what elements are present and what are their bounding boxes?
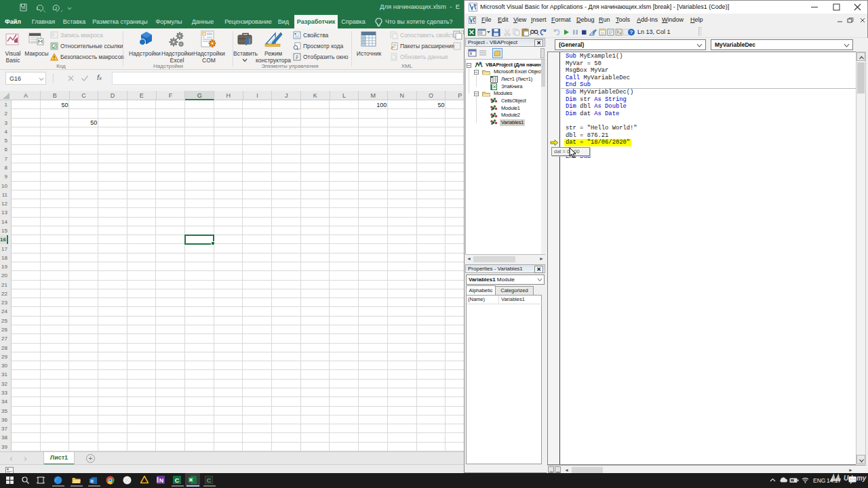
svg-text:o: o	[91, 479, 94, 483]
svg-text:N: N	[159, 477, 164, 484]
svg-text:C: C	[207, 477, 212, 484]
svg-text:C: C	[175, 477, 180, 484]
svg-text:?: ?	[630, 29, 633, 35]
